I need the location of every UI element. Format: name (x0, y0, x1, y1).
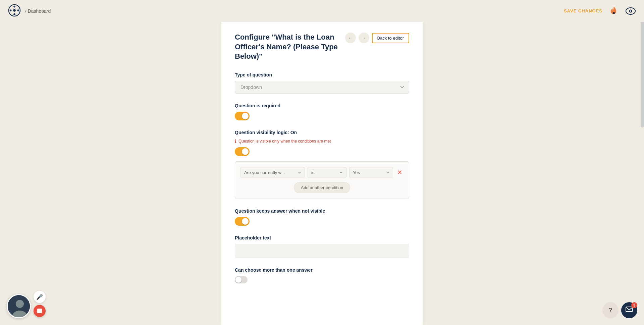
chat-badge: 3 (631, 302, 637, 308)
panel-header: Configure "What is the Loan Officer's Na… (235, 33, 409, 61)
svg-point-5 (17, 9, 19, 11)
save-changes-button[interactable]: SAVE CHANGES (564, 8, 602, 13)
svg-point-3 (13, 13, 15, 15)
top-bar-left: ‹ Dashboard (8, 4, 51, 18)
svg-rect-13 (626, 307, 633, 312)
question-type-select[interactable]: Dropdown (235, 81, 409, 94)
keeps-answer-label: Question keeps answer when not visible (235, 208, 409, 214)
scrollbar-track[interactable] (641, 0, 644, 325)
question-type-label: Type of question (235, 72, 409, 77)
keeps-answer-toggle-wrapper (235, 217, 409, 226)
mic-icon: 🎤 (36, 294, 43, 300)
can-choose-more-toggle[interactable] (235, 276, 250, 285)
question-required-toggle-wrapper (235, 112, 409, 120)
svg-point-4 (10, 9, 12, 11)
logo[interactable] (8, 4, 21, 18)
info-icon: ℹ (235, 139, 236, 144)
condition-operator-select[interactable]: is (308, 167, 346, 178)
question-required-toggle[interactable] (235, 112, 250, 120)
can-choose-more-section: Can choose more than one answer (235, 267, 409, 285)
config-panel: Configure "What is the Loan Officer's Na… (221, 22, 423, 325)
visibility-info: ℹ Question is visible only when the cond… (235, 139, 409, 144)
chat-message-button[interactable]: 3 (621, 302, 637, 318)
visibility-info-text: Question is visible only when the condit… (238, 139, 331, 144)
mic-button[interactable]: 🎤 (34, 291, 46, 303)
top-bar-right: SAVE CHANGES (564, 5, 636, 17)
message-icon (626, 307, 633, 314)
visibility-logic-label: Question visibility logic: On (235, 130, 409, 135)
keeps-answer-section: Question keeps answer when not visible (235, 208, 409, 226)
conditions-box: Are you currently w... is Yes ✕ Add anot… (235, 161, 409, 199)
keeps-answer-toggle[interactable] (235, 217, 250, 226)
question-type-section: Type of question Dropdown (235, 72, 409, 94)
preview-icon-button[interactable] (625, 6, 636, 16)
svg-point-11 (16, 300, 24, 308)
dashboard-label: Dashboard (28, 8, 51, 14)
prev-question-button[interactable]: ← (345, 33, 356, 43)
panel-title: Configure "What is the Loan Officer's Na… (235, 33, 345, 61)
back-to-editor-button[interactable]: Back to editor (372, 33, 410, 43)
stop-icon (37, 309, 42, 313)
help-icon: ? (609, 307, 612, 314)
placeholder-text-label: Placeholder text (235, 235, 409, 240)
condition-row: Are you currently w... is Yes ✕ (240, 167, 404, 178)
header-actions: ← → Back to editor (345, 33, 410, 43)
svg-point-6 (613, 12, 615, 14)
question-required-section: Question is required (235, 103, 409, 120)
visibility-logic-section: Question visibility logic: On ℹ Question… (235, 130, 409, 199)
condition-field-select[interactable]: Are you currently w... (240, 167, 305, 178)
avatar-container: 🎤 (7, 291, 46, 318)
condition-value-select[interactable]: Yes (349, 167, 393, 178)
help-button[interactable]: ? (602, 302, 619, 318)
stop-button[interactable] (34, 305, 46, 317)
svg-point-1 (13, 9, 16, 12)
chat-btn-container: ? 3 (602, 302, 637, 318)
visibility-logic-toggle[interactable] (235, 147, 250, 156)
visibility-logic-toggle-wrapper (235, 147, 409, 156)
avatar (7, 294, 31, 318)
back-chevron: ‹ (25, 8, 26, 14)
main-content: Configure "What is the Loan Officer's Na… (0, 0, 644, 325)
next-question-button[interactable]: → (359, 33, 369, 43)
dashboard-link[interactable]: ‹ Dashboard (25, 8, 51, 14)
add-condition-button[interactable]: Add another condition (294, 182, 350, 193)
condition-remove-button[interactable]: ✕ (396, 168, 404, 177)
svg-point-2 (13, 5, 15, 7)
question-required-label: Question is required (235, 103, 409, 108)
flame-icon-button[interactable] (608, 5, 620, 17)
top-bar: ‹ Dashboard SAVE CHANGES (0, 0, 644, 22)
can-choose-more-label: Can choose more than one answer (235, 267, 409, 273)
placeholder-text-input[interactable] (235, 244, 409, 258)
svg-point-9 (630, 10, 631, 12)
placeholder-text-section: Placeholder text (235, 235, 409, 258)
can-choose-more-toggle-wrapper (235, 276, 409, 285)
